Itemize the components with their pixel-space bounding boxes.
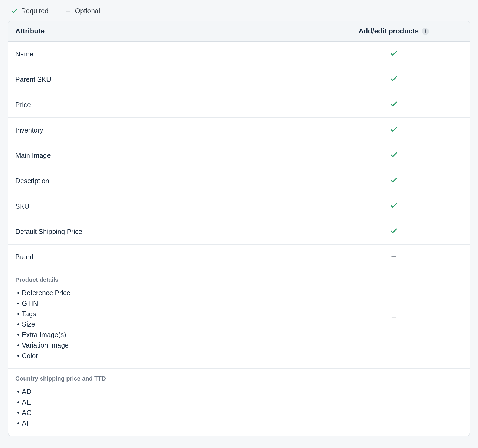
table-row: Inventory — [8, 118, 470, 143]
check-icon — [390, 49, 398, 59]
check-icon — [390, 227, 398, 237]
attribute-table: Attribute Add/edit products i NameParent… — [8, 21, 470, 436]
table-row: Brand — [8, 245, 470, 270]
list-item: Tags — [17, 309, 325, 319]
status-cell — [325, 176, 463, 186]
check-icon — [390, 75, 398, 84]
attribute-label: Default Shipping Price — [15, 228, 325, 236]
legend-required: Required — [11, 7, 48, 15]
list-item: Size — [17, 319, 325, 330]
status-cell — [325, 75, 463, 84]
table-row: SKU — [8, 194, 470, 219]
table-section: Country shipping price and TTDADAEAGAI — [8, 369, 470, 436]
list-item: AD — [17, 386, 325, 397]
status-cell — [325, 125, 463, 135]
info-icon[interactable]: i — [422, 28, 429, 35]
dash-icon — [391, 253, 397, 261]
status-cell — [325, 151, 463, 161]
attribute-label: Brand — [15, 253, 325, 261]
legend-optional: Optional — [65, 7, 100, 15]
header-status: Add/edit products i — [325, 27, 463, 35]
table-header: Attribute Add/edit products i — [8, 21, 470, 42]
attribute-label: Main Image — [15, 152, 325, 159]
header-status-label: Add/edit products — [359, 27, 419, 35]
check-icon — [11, 8, 18, 15]
list-item: AG — [17, 408, 325, 418]
section-title: Product details — [15, 276, 325, 283]
status-cell — [325, 227, 463, 237]
legend: Required Optional — [8, 5, 470, 21]
list-item: Reference Price — [17, 288, 325, 298]
list-item: Color — [17, 351, 325, 361]
dash-icon — [391, 315, 397, 323]
list-item: Extra Image(s) — [17, 330, 325, 340]
table-row: Name — [8, 42, 470, 67]
status-cell — [325, 253, 463, 261]
attribute-label: Parent SKU — [15, 76, 325, 83]
check-icon — [390, 176, 398, 186]
status-cell — [325, 315, 463, 323]
table-section: Product detailsReference PriceGTINTagsSi… — [8, 270, 470, 369]
check-icon — [390, 100, 398, 110]
status-cell — [325, 202, 463, 211]
section-list: Reference PriceGTINTagsSizeExtra Image(s… — [15, 288, 325, 361]
legend-required-label: Required — [21, 7, 48, 15]
attribute-label: Inventory — [15, 126, 325, 134]
attribute-label: Price — [15, 101, 325, 109]
status-cell — [325, 49, 463, 59]
table-row: Main Image — [8, 143, 470, 168]
dash-icon — [65, 8, 72, 15]
list-item: AI — [17, 418, 325, 429]
status-cell — [325, 100, 463, 110]
list-item: AE — [17, 397, 325, 408]
section-list: ADAEAGAI — [15, 386, 325, 428]
check-icon — [390, 151, 398, 161]
attribute-label: SKU — [15, 202, 325, 210]
list-item: Variation Image — [17, 340, 325, 351]
list-item: GTIN — [17, 298, 325, 309]
table-row: Price — [8, 92, 470, 118]
section-title: Country shipping price and TTD — [15, 375, 325, 382]
legend-optional-label: Optional — [75, 7, 100, 15]
header-attribute: Attribute — [15, 27, 325, 35]
check-icon — [390, 202, 398, 211]
table-row: Default Shipping Price — [8, 219, 470, 245]
table-row: Parent SKU — [8, 67, 470, 92]
attribute-label: Name — [15, 50, 325, 58]
table-row: Description — [8, 168, 470, 194]
attribute-label: Description — [15, 177, 325, 185]
check-icon — [390, 125, 398, 135]
